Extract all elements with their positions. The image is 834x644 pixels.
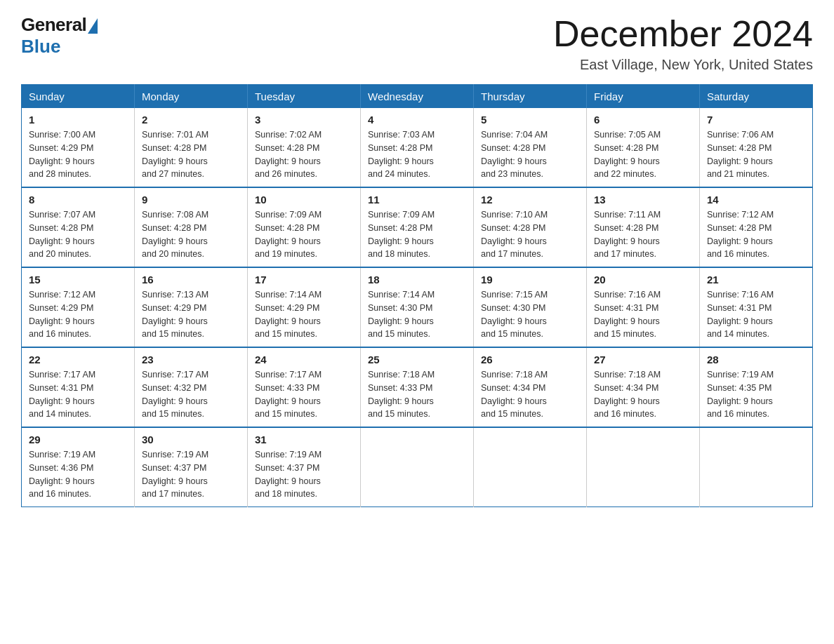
day-info: Sunrise: 7:09 AM Sunset: 4:28 PM Dayligh… <box>255 208 353 261</box>
day-number: 3 <box>255 114 353 126</box>
day-info: Sunrise: 7:12 AM Sunset: 4:28 PM Dayligh… <box>707 208 805 261</box>
location-title: East Village, New York, United States <box>553 57 813 73</box>
calendar-cell: 12 Sunrise: 7:10 AM Sunset: 4:28 PM Dayl… <box>474 187 587 267</box>
calendar-cell: 3 Sunrise: 7:02 AM Sunset: 4:28 PM Dayli… <box>248 108 361 187</box>
calendar-cell: 22 Sunrise: 7:17 AM Sunset: 4:31 PM Dayl… <box>22 347 135 427</box>
day-info: Sunrise: 7:19 AM Sunset: 4:37 PM Dayligh… <box>142 448 240 501</box>
logo-triangle-icon <box>88 18 98 34</box>
day-number: 14 <box>707 194 805 206</box>
day-info: Sunrise: 7:00 AM Sunset: 4:29 PM Dayligh… <box>29 128 127 181</box>
calendar-cell: 28 Sunrise: 7:19 AM Sunset: 4:35 PM Dayl… <box>700 347 813 427</box>
header: General Blue December 2024 East Village,… <box>21 14 813 73</box>
calendar-cell: 13 Sunrise: 7:11 AM Sunset: 4:28 PM Dayl… <box>587 187 700 267</box>
day-number: 30 <box>142 434 240 445</box>
calendar-cell: 8 Sunrise: 7:07 AM Sunset: 4:28 PM Dayli… <box>22 187 135 267</box>
day-number: 6 <box>594 114 692 126</box>
calendar-cell: 4 Sunrise: 7:03 AM Sunset: 4:28 PM Dayli… <box>361 108 474 187</box>
day-info: Sunrise: 7:16 AM Sunset: 4:31 PM Dayligh… <box>594 288 692 341</box>
day-number: 22 <box>29 354 127 365</box>
day-info: Sunrise: 7:16 AM Sunset: 4:31 PM Dayligh… <box>707 288 805 341</box>
calendar-cell: 29 Sunrise: 7:19 AM Sunset: 4:36 PM Dayl… <box>22 427 135 507</box>
calendar-cell: 20 Sunrise: 7:16 AM Sunset: 4:31 PM Dayl… <box>587 267 700 347</box>
calendar-header-row: SundayMondayTuesdayWednesdayThursdayFrid… <box>22 85 813 109</box>
calendar-cell <box>474 427 587 507</box>
calendar-cell: 24 Sunrise: 7:17 AM Sunset: 4:33 PM Dayl… <box>248 347 361 427</box>
day-number: 20 <box>594 274 692 286</box>
day-number: 10 <box>255 194 353 206</box>
day-info: Sunrise: 7:04 AM Sunset: 4:28 PM Dayligh… <box>481 128 579 181</box>
calendar-cell: 30 Sunrise: 7:19 AM Sunset: 4:37 PM Dayl… <box>135 427 248 507</box>
day-number: 27 <box>594 354 692 365</box>
calendar-cell: 26 Sunrise: 7:18 AM Sunset: 4:34 PM Dayl… <box>474 347 587 427</box>
calendar-cell: 11 Sunrise: 7:09 AM Sunset: 4:28 PM Dayl… <box>361 187 474 267</box>
day-number: 19 <box>481 274 579 286</box>
calendar-header-tuesday: Tuesday <box>248 85 361 109</box>
day-number: 12 <box>481 194 579 206</box>
day-info: Sunrise: 7:19 AM Sunset: 4:35 PM Dayligh… <box>707 368 805 421</box>
calendar-cell <box>700 427 813 507</box>
day-info: Sunrise: 7:11 AM Sunset: 4:28 PM Dayligh… <box>594 208 692 261</box>
calendar-table: SundayMondayTuesdayWednesdayThursdayFrid… <box>21 84 813 507</box>
day-info: Sunrise: 7:14 AM Sunset: 4:30 PM Dayligh… <box>368 288 466 341</box>
day-info: Sunrise: 7:18 AM Sunset: 4:34 PM Dayligh… <box>594 368 692 421</box>
day-number: 18 <box>368 274 466 286</box>
calendar-header-thursday: Thursday <box>474 85 587 109</box>
logo-blue-text: Blue <box>21 36 60 58</box>
day-number: 2 <box>142 114 240 126</box>
calendar-cell: 7 Sunrise: 7:06 AM Sunset: 4:28 PM Dayli… <box>700 108 813 187</box>
calendar-cell: 9 Sunrise: 7:08 AM Sunset: 4:28 PM Dayli… <box>135 187 248 267</box>
calendar-cell: 25 Sunrise: 7:18 AM Sunset: 4:33 PM Dayl… <box>361 347 474 427</box>
logo: General Blue <box>21 14 98 58</box>
day-number: 23 <box>142 354 240 365</box>
day-info: Sunrise: 7:19 AM Sunset: 4:36 PM Dayligh… <box>29 448 127 501</box>
day-info: Sunrise: 7:15 AM Sunset: 4:30 PM Dayligh… <box>481 288 579 341</box>
day-number: 28 <box>707 354 805 365</box>
day-info: Sunrise: 7:13 AM Sunset: 4:29 PM Dayligh… <box>142 288 240 341</box>
day-number: 8 <box>29 194 127 206</box>
day-info: Sunrise: 7:18 AM Sunset: 4:33 PM Dayligh… <box>368 368 466 421</box>
calendar-week-row: 1 Sunrise: 7:00 AM Sunset: 4:29 PM Dayli… <box>22 108 813 187</box>
day-number: 29 <box>29 434 127 445</box>
calendar-cell: 31 Sunrise: 7:19 AM Sunset: 4:37 PM Dayl… <box>248 427 361 507</box>
calendar-cell <box>361 427 474 507</box>
day-info: Sunrise: 7:17 AM Sunset: 4:32 PM Dayligh… <box>142 368 240 421</box>
calendar-header-sunday: Sunday <box>22 85 135 109</box>
day-info: Sunrise: 7:17 AM Sunset: 4:33 PM Dayligh… <box>255 368 353 421</box>
day-number: 9 <box>142 194 240 206</box>
day-info: Sunrise: 7:06 AM Sunset: 4:28 PM Dayligh… <box>707 128 805 181</box>
day-info: Sunrise: 7:09 AM Sunset: 4:28 PM Dayligh… <box>368 208 466 261</box>
calendar-cell: 10 Sunrise: 7:09 AM Sunset: 4:28 PM Dayl… <box>248 187 361 267</box>
day-info: Sunrise: 7:12 AM Sunset: 4:29 PM Dayligh… <box>29 288 127 341</box>
calendar-cell: 2 Sunrise: 7:01 AM Sunset: 4:28 PM Dayli… <box>135 108 248 187</box>
calendar-week-row: 15 Sunrise: 7:12 AM Sunset: 4:29 PM Dayl… <box>22 267 813 347</box>
day-info: Sunrise: 7:03 AM Sunset: 4:28 PM Dayligh… <box>368 128 466 181</box>
day-info: Sunrise: 7:07 AM Sunset: 4:28 PM Dayligh… <box>29 208 127 261</box>
calendar-cell: 18 Sunrise: 7:14 AM Sunset: 4:30 PM Dayl… <box>361 267 474 347</box>
day-number: 15 <box>29 274 127 286</box>
day-number: 4 <box>368 114 466 126</box>
title-area: December 2024 East Village, New York, Un… <box>553 14 813 73</box>
day-number: 25 <box>368 354 466 365</box>
calendar-cell: 17 Sunrise: 7:14 AM Sunset: 4:29 PM Dayl… <box>248 267 361 347</box>
calendar-cell <box>587 427 700 507</box>
calendar-header-friday: Friday <box>587 85 700 109</box>
calendar-cell: 16 Sunrise: 7:13 AM Sunset: 4:29 PM Dayl… <box>135 267 248 347</box>
day-number: 16 <box>142 274 240 286</box>
calendar-week-row: 22 Sunrise: 7:17 AM Sunset: 4:31 PM Dayl… <box>22 347 813 427</box>
calendar-week-row: 29 Sunrise: 7:19 AM Sunset: 4:36 PM Dayl… <box>22 427 813 507</box>
day-info: Sunrise: 7:05 AM Sunset: 4:28 PM Dayligh… <box>594 128 692 181</box>
calendar-cell: 19 Sunrise: 7:15 AM Sunset: 4:30 PM Dayl… <box>474 267 587 347</box>
calendar-cell: 15 Sunrise: 7:12 AM Sunset: 4:29 PM Dayl… <box>22 267 135 347</box>
calendar-cell: 5 Sunrise: 7:04 AM Sunset: 4:28 PM Dayli… <box>474 108 587 187</box>
day-info: Sunrise: 7:10 AM Sunset: 4:28 PM Dayligh… <box>481 208 579 261</box>
month-title: December 2024 <box>553 14 813 54</box>
calendar-cell: 23 Sunrise: 7:17 AM Sunset: 4:32 PM Dayl… <box>135 347 248 427</box>
calendar-cell: 6 Sunrise: 7:05 AM Sunset: 4:28 PM Dayli… <box>587 108 700 187</box>
calendar-header-monday: Monday <box>135 85 248 109</box>
day-info: Sunrise: 7:18 AM Sunset: 4:34 PM Dayligh… <box>481 368 579 421</box>
day-number: 26 <box>481 354 579 365</box>
logo-general-text: General <box>21 14 86 36</box>
calendar-cell: 21 Sunrise: 7:16 AM Sunset: 4:31 PM Dayl… <box>700 267 813 347</box>
calendar-cell: 27 Sunrise: 7:18 AM Sunset: 4:34 PM Dayl… <box>587 347 700 427</box>
day-number: 5 <box>481 114 579 126</box>
